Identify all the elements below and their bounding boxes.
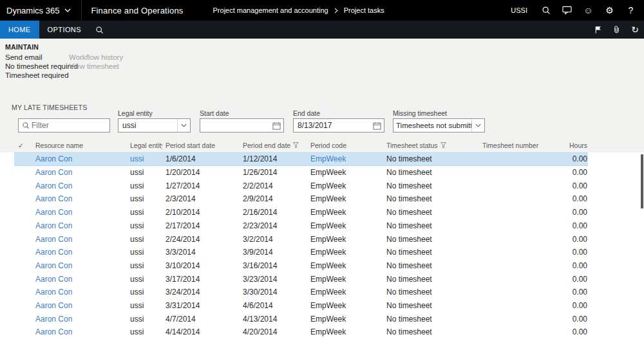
- legal-entity-value: ussi: [118, 121, 177, 130]
- table-row[interactable]: Aaron Con ussi 3/17/2014 3/23/2014 EmpWe…: [14, 272, 588, 286]
- resource-name-link[interactable]: Aaron Con: [32, 235, 127, 244]
- table-row[interactable]: Aaron Con ussi 2/17/2014 2/23/2014 EmpWe…: [14, 219, 588, 233]
- calendar-icon: [272, 122, 281, 130]
- end-date-input[interactable]: [294, 121, 370, 130]
- app-switcher-menu[interactable]: Dynamics 365: [0, 0, 81, 21]
- legal-entity-cell: ussi: [127, 248, 162, 257]
- period-code-cell: EmpWeek: [307, 301, 383, 310]
- start-date-input[interactable]: [200, 121, 269, 130]
- column-header-resource-name[interactable]: Resource name: [32, 142, 127, 149]
- resource-name-link[interactable]: Aaron Con: [32, 327, 127, 336]
- period-code-cell: EmpWeek: [307, 194, 383, 203]
- period-start-date-cell: 1/6/2014: [162, 154, 240, 163]
- resource-name-link[interactable]: Aaron Con: [32, 221, 127, 230]
- resource-name-link[interactable]: Aaron Con: [32, 154, 127, 163]
- table-row[interactable]: Aaron Con ussi 3/10/2014 3/16/2014 EmpWe…: [14, 259, 588, 273]
- chevron-down-icon: [64, 8, 71, 12]
- resource-name-link[interactable]: Aaron Con: [32, 261, 127, 270]
- missing-timesheet-combobox[interactable]: Timesheets not submitted: [393, 118, 485, 133]
- timesheet-required-button[interactable]: Timesheet required: [5, 71, 69, 79]
- resource-name-link[interactable]: Aaron Con: [32, 181, 127, 190]
- legal-entity-cell: ussi: [127, 221, 162, 230]
- resource-name-link[interactable]: Aaron Con: [32, 194, 127, 203]
- column-header-period-start-date[interactable]: Period start date: [162, 142, 240, 149]
- app-window: Dynamics 365 Finance and Operations Proj…: [0, 0, 644, 339]
- company-picker[interactable]: USSI: [503, 0, 535, 21]
- select-all-checkmark[interactable]: ✓: [14, 142, 32, 149]
- table-row[interactable]: Aaron Con ussi 4/14/2014 4/20/2014 EmpWe…: [14, 325, 588, 339]
- timesheet-status-cell: No timesheet: [383, 327, 479, 336]
- end-date-calendar-button[interactable]: [370, 119, 384, 132]
- column-header-period-code[interactable]: Period code: [307, 142, 383, 149]
- column-header-timesheet-status[interactable]: Timesheet status: [383, 142, 479, 149]
- vertical-scrollbar-thumb[interactable]: [641, 154, 643, 208]
- legal-entity-cell: ussi: [127, 154, 162, 163]
- ribbon-search-icon[interactable]: [95, 26, 104, 34]
- tab-options[interactable]: OPTIONS: [39, 21, 90, 39]
- table-row[interactable]: Aaron Con ussi 1/27/2014 2/2/2014 EmpWee…: [14, 179, 588, 192]
- column-header-timesheet-number[interactable]: Timesheet number: [479, 142, 554, 149]
- resource-name-link[interactable]: Aaron Con: [32, 248, 127, 257]
- resource-name-link[interactable]: Aaron Con: [32, 275, 127, 284]
- refresh-icon[interactable]: ↻: [631, 24, 639, 35]
- resource-name-link[interactable]: Aaron Con: [32, 168, 127, 177]
- send-email-button[interactable]: Send email: [5, 53, 43, 61]
- missing-timesheet-dropdown-button[interactable]: [471, 119, 484, 132]
- resource-name-link[interactable]: Aaron Con: [32, 301, 127, 310]
- column-header-period-end-date[interactable]: Period end date: [240, 142, 307, 149]
- grid-header: ✓ Resource name Legal entity Period star…: [0, 138, 644, 152]
- filter-input[interactable]: [32, 121, 109, 130]
- search-icon[interactable]: [535, 0, 556, 21]
- topbar-actions: USSI ☺ ⚙ ?: [503, 0, 644, 21]
- period-code-cell: EmpWeek: [307, 154, 383, 163]
- table-row[interactable]: Aaron Con ussi 1/6/2014 1/12/2014 EmpWee…: [14, 152, 588, 166]
- timesheet-status-cell: No timesheet: [383, 221, 479, 230]
- chevron-right-icon: [334, 8, 338, 14]
- period-end-date-cell: 2/23/2014: [240, 221, 307, 230]
- period-end-date-cell: 4/6/2014: [240, 301, 307, 310]
- period-end-date-cell: 2/16/2014: [240, 208, 307, 217]
- period-end-date-cell: 2/2/2014: [240, 181, 307, 190]
- filter-funnel-icon[interactable]: [293, 142, 299, 148]
- resource-name-link[interactable]: Aaron Con: [32, 208, 127, 217]
- resource-name-link[interactable]: Aaron Con: [32, 315, 127, 324]
- timesheet-status-cell: No timesheet: [383, 154, 479, 163]
- period-end-date-cell: 2/9/2014: [240, 194, 307, 203]
- start-date-calendar-button[interactable]: [269, 119, 283, 132]
- filter-funnel-icon[interactable]: [440, 142, 446, 148]
- legal-entity-combobox[interactable]: ussi: [118, 118, 191, 133]
- hours-cell: 0.00: [554, 221, 588, 230]
- table-row[interactable]: Aaron Con ussi 3/31/2014 4/6/2014 EmpWee…: [14, 299, 588, 313]
- settings-gear-icon[interactable]: ⚙: [599, 0, 620, 21]
- end-date-field: [293, 118, 384, 133]
- breadcrumb-page[interactable]: Project tasks: [344, 6, 384, 14]
- attachments-icon[interactable]: [612, 25, 621, 34]
- timesheet-status-cell: No timesheet: [383, 235, 479, 244]
- column-header-hours[interactable]: Hours: [554, 142, 588, 149]
- table-row[interactable]: Aaron Con ussi 2/3/2014 2/9/2014 EmpWeek…: [14, 192, 588, 206]
- timesheet-status-cell: No timesheet: [383, 181, 479, 190]
- table-row[interactable]: Aaron Con ussi 3/3/2014 3/9/2014 EmpWeek…: [14, 246, 588, 259]
- feedback-smiley-icon[interactable]: ☺: [578, 0, 599, 21]
- messages-icon[interactable]: [556, 0, 578, 21]
- legal-entity-cell: ussi: [127, 194, 162, 203]
- period-start-date-cell: 4/14/2014: [162, 327, 240, 336]
- table-row[interactable]: Aaron Con ussi 3/24/2014 3/30/2014 EmpWe…: [14, 286, 588, 299]
- column-header-legal-entity[interactable]: Legal entity: [127, 142, 162, 149]
- resource-name-link[interactable]: Aaron Con: [32, 288, 127, 297]
- message-center-flag-icon[interactable]: [594, 26, 602, 34]
- period-start-date-cell: 3/31/2014: [162, 301, 240, 310]
- table-row[interactable]: Aaron Con ussi 2/10/2014 2/16/2014 EmpWe…: [14, 206, 588, 219]
- table-row[interactable]: Aaron Con ussi 2/24/2014 3/2/2014 EmpWee…: [14, 232, 588, 246]
- table-row[interactable]: Aaron Con ussi 1/20/2014 1/26/2014 EmpWe…: [14, 166, 588, 179]
- breadcrumb-module[interactable]: Project management and accounting: [213, 6, 328, 14]
- no-timesheet-required-button[interactable]: No timesheet required: [5, 62, 78, 70]
- tab-home[interactable]: HOME: [0, 21, 39, 39]
- table-row[interactable]: Aaron Con ussi 4/7/2014 4/13/2014 EmpWee…: [14, 312, 588, 325]
- legal-entity-cell: ussi: [127, 275, 162, 284]
- hours-cell: 0.00: [554, 154, 588, 163]
- help-icon[interactable]: ?: [620, 0, 641, 21]
- period-end-date-cell: 3/23/2014: [240, 275, 307, 284]
- timesheet-status-cell: No timesheet: [383, 301, 479, 310]
- legal-entity-dropdown-button[interactable]: [177, 119, 190, 132]
